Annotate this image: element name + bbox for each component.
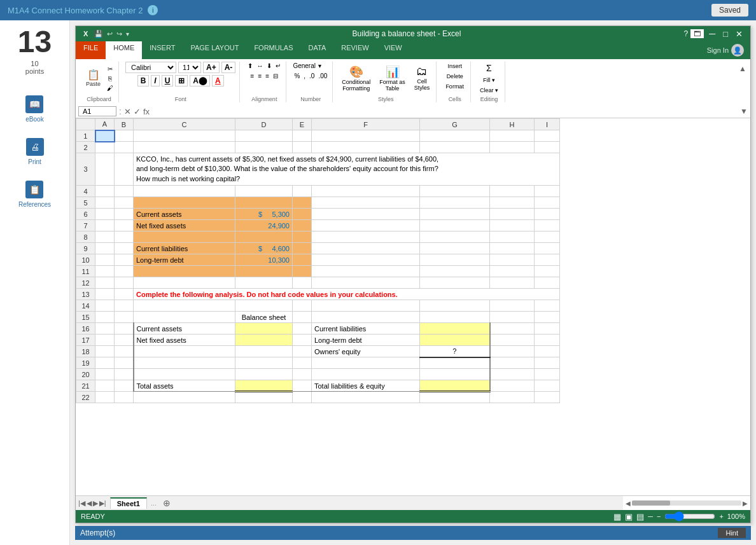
paste-button[interactable]: 📋 Paste (83, 69, 103, 88)
help-icon[interactable]: ? (684, 29, 689, 38)
cell-e22[interactable] (293, 392, 312, 403)
cell-f10[interactable] (312, 254, 420, 266)
cell-i1[interactable] (535, 130, 560, 142)
cell-c1[interactable] (134, 130, 235, 142)
cell-d12[interactable] (235, 277, 293, 289)
cell-a21[interactable] (95, 380, 115, 392)
cell-g21[interactable] (420, 380, 490, 392)
cell-f6[interactable] (312, 209, 420, 220)
cell-h1[interactable] (490, 130, 535, 142)
cell-a8[interactable] (95, 231, 115, 243)
cell-i17[interactable] (535, 335, 560, 346)
cell-i19[interactable] (535, 357, 560, 369)
align-top-button[interactable]: ⬆ (246, 62, 254, 70)
fill-color-button[interactable]: A⬤ (190, 75, 210, 86)
cell-f19[interactable] (312, 357, 420, 369)
cell-d8[interactable] (235, 231, 293, 243)
cell-f14[interactable] (312, 300, 420, 312)
col-header-f[interactable]: F (312, 119, 420, 130)
cell-f18[interactable]: Owners' equity (312, 346, 420, 357)
cell-c6[interactable]: Current assets (134, 209, 235, 220)
hscroll-thumb[interactable] (632, 500, 670, 506)
cell-e21[interactable] (293, 380, 312, 392)
percent-button[interactable]: % (293, 72, 301, 80)
sheet-tab-sheet1[interactable]: Sheet1 (110, 497, 147, 509)
cell-a19[interactable] (95, 357, 115, 369)
cell-b4[interactable] (115, 186, 134, 197)
cell-a5[interactable] (95, 197, 115, 209)
cell-d19[interactable] (235, 357, 293, 369)
cell-b14[interactable] (115, 300, 134, 312)
cell-e19[interactable] (293, 357, 312, 369)
cell-g9[interactable] (420, 243, 490, 254)
cell-e9[interactable] (293, 243, 312, 254)
col-header-i[interactable]: I (535, 119, 560, 130)
cell-d18[interactable] (235, 346, 293, 357)
zoom-out-icon[interactable]: − (657, 513, 661, 520)
cell-i10[interactable] (535, 254, 560, 266)
font-name-select[interactable]: Calibri (125, 62, 176, 73)
cell-h11[interactable] (490, 266, 535, 277)
cell-h14[interactable] (490, 300, 535, 312)
cell-e4[interactable] (293, 186, 312, 197)
cell-h20[interactable] (490, 369, 535, 380)
sidebar-item-references[interactable]: 📋 References (18, 181, 51, 208)
cell-b19[interactable] (115, 357, 134, 369)
cell-c12[interactable] (134, 277, 235, 289)
cell-a10[interactable] (95, 254, 115, 266)
cell-e1[interactable] (293, 130, 312, 142)
cell-a1[interactable] (95, 130, 115, 142)
cell-f7[interactable] (312, 220, 420, 231)
cell-a22[interactable] (95, 392, 115, 403)
cell-styles-button[interactable]: 🗂 CellStyles (412, 64, 433, 93)
cell-c20[interactable] (134, 369, 235, 380)
cell-b18[interactable] (115, 346, 134, 357)
cell-i5[interactable] (535, 197, 560, 209)
cell-a3[interactable] (95, 153, 115, 186)
cell-a16[interactable] (95, 323, 115, 335)
cell-f15[interactable] (312, 312, 420, 323)
cell-d5[interactable] (235, 197, 293, 209)
cell-i21[interactable] (535, 380, 560, 392)
cell-f20[interactable] (312, 369, 420, 380)
cell-g11[interactable] (420, 266, 490, 277)
cell-d20[interactable] (235, 369, 293, 380)
cell-f5[interactable] (312, 197, 420, 209)
cell-c18[interactable] (134, 346, 235, 357)
cell-h16[interactable] (490, 323, 535, 335)
cell-h9[interactable] (490, 243, 535, 254)
cell-a11[interactable] (95, 266, 115, 277)
bold-button[interactable]: B (137, 75, 150, 86)
cell-g12[interactable] (420, 277, 490, 289)
cell-h19[interactable] (490, 357, 535, 369)
cell-e11[interactable] (293, 266, 312, 277)
col-header-h[interactable]: H (490, 119, 535, 130)
zoom-in-icon[interactable]: + (719, 513, 723, 520)
cell-g22[interactable] (420, 392, 490, 403)
scroll-right-icon[interactable]: ▶ (743, 500, 748, 507)
underline-button[interactable]: U (162, 75, 174, 86)
align-middle-button[interactable]: ↔ (255, 62, 264, 70)
cell-d10[interactable]: 10,300 (235, 254, 293, 266)
cell-i12[interactable] (535, 277, 560, 289)
minimize-icon[interactable]: ─ (706, 29, 718, 39)
tab-data[interactable]: DATA (301, 41, 334, 59)
increase-font-button[interactable]: A+ (203, 62, 220, 73)
format-as-table-button[interactable]: 📊 Format asTable (377, 64, 408, 93)
cell-d15-balance-sheet[interactable]: Balance sheet (235, 312, 293, 323)
sidebar-item-ebook[interactable]: 📖 eBook (25, 95, 43, 123)
zoom-slider[interactable] (664, 511, 715, 521)
cell-h4[interactable] (490, 186, 535, 197)
cell-b2[interactable] (115, 142, 134, 153)
insert-function-icon[interactable]: fx (143, 107, 150, 116)
cut-button[interactable]: ✂ (106, 65, 115, 73)
merge-center-button[interactable]: ⊟ (272, 72, 279, 80)
cell-i15[interactable] (535, 312, 560, 323)
nav-first[interactable]: |◀ (78, 499, 85, 507)
cell-g1[interactable] (420, 130, 490, 142)
cell-g17[interactable] (420, 335, 490, 346)
format-painter-button[interactable]: 🖌 (106, 84, 115, 92)
cell-d7[interactable]: 24,900 (235, 220, 293, 231)
font-size-select[interactable]: 11 (178, 62, 201, 73)
expand-icon[interactable]: ▲ (739, 64, 746, 73)
